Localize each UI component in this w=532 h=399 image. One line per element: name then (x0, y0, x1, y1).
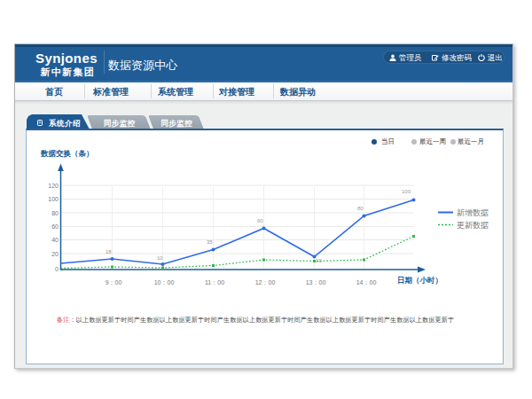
svg-text:40: 40 (51, 237, 59, 243)
svg-text:120: 120 (48, 183, 59, 189)
svg-text:数据交换（条）: 数据交换（条） (40, 149, 94, 158)
svg-text:20: 20 (51, 251, 59, 257)
svg-text:10: 10 (316, 258, 322, 263)
svg-text:100: 100 (402, 189, 411, 194)
svg-text:10：00: 10：00 (154, 279, 175, 286)
svg-text:11：00: 11：00 (205, 279, 224, 286)
svg-text:60: 60 (51, 223, 59, 230)
svg-text:更新数据: 更新数据 (457, 221, 489, 230)
svg-text:9：00: 9：00 (106, 279, 122, 286)
svg-text:35: 35 (207, 239, 213, 245)
svg-text:100: 100 (48, 196, 59, 202)
svg-text:60: 60 (257, 218, 263, 223)
svg-text:13：00: 13：00 (306, 279, 326, 286)
svg-text:新增数据: 新增数据 (457, 208, 489, 217)
svg-text:80: 80 (357, 206, 364, 211)
svg-text:14：00: 14：00 (356, 279, 377, 286)
svg-text:18: 18 (106, 249, 112, 254)
svg-text:10: 10 (157, 255, 163, 261)
svg-text:12：00: 12：00 (255, 279, 276, 286)
svg-text:80: 80 (51, 210, 59, 216)
svg-text:日期（小时）: 日期（小时） (397, 276, 442, 285)
svg-text:0: 0 (55, 266, 59, 272)
